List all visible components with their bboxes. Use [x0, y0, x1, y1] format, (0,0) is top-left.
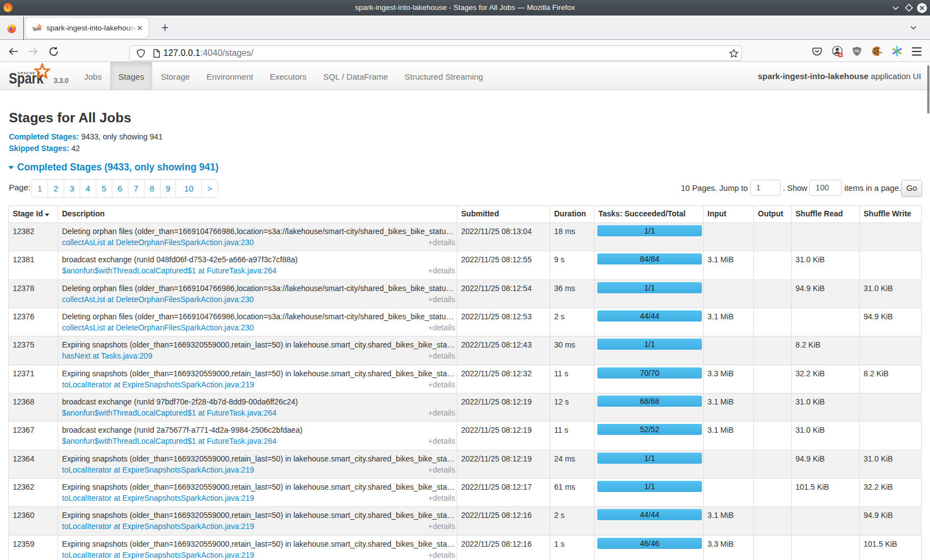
svg-text:Spark: Spark	[33, 25, 42, 32]
svg-text:UO: UO	[855, 49, 860, 53]
